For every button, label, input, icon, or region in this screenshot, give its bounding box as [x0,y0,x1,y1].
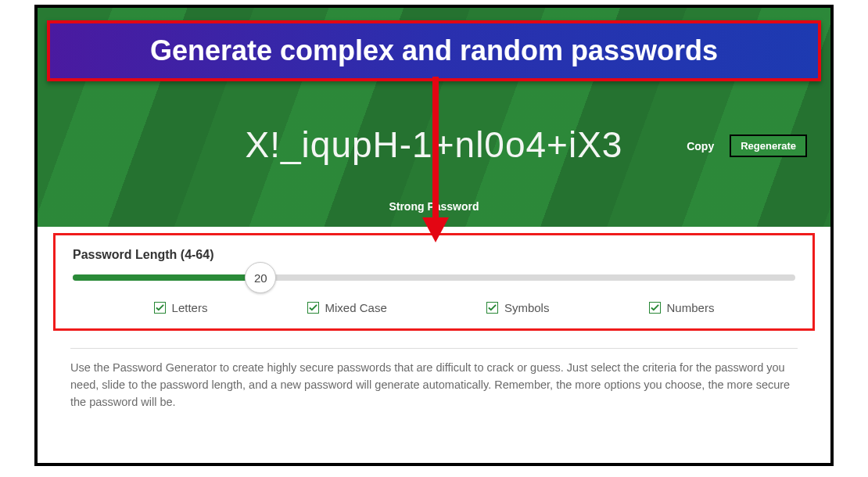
options-row: Letters Mixed Case Symbols Numbers [73,301,795,314]
checkbox-label: Numbers [667,301,715,314]
strength-label: Strong Password [38,200,830,213]
checkbox-label: Letters [172,301,208,314]
checkbox-mixed-case[interactable]: Mixed Case [307,301,387,314]
check-icon [649,302,661,314]
copy-button[interactable]: Copy [687,140,714,152]
slider-fill [73,274,260,281]
checkbox-symbols[interactable]: Symbols [486,301,550,314]
divider [70,348,798,349]
checkbox-label: Mixed Case [325,301,387,314]
checkbox-numbers[interactable]: Numbers [649,301,715,314]
hero-actions: Copy Regenerate [687,134,807,157]
checkbox-letters[interactable]: Letters [154,301,208,314]
regenerate-button[interactable]: Regenerate [730,134,807,157]
check-icon [307,302,319,314]
annotation-callout: Generate complex and random passwords [47,20,821,81]
length-label: Password Length (4-64) [73,248,795,262]
checkbox-label: Symbols [504,301,550,314]
length-slider[interactable]: 20 [73,274,795,281]
slider-handle[interactable]: 20 [245,262,276,293]
description-text: Use the Password Generator to create hig… [70,360,798,411]
options-panel: Password Length (4-64) 20 Letters Mixed … [53,233,815,331]
check-icon [486,302,498,314]
check-icon [154,302,166,314]
